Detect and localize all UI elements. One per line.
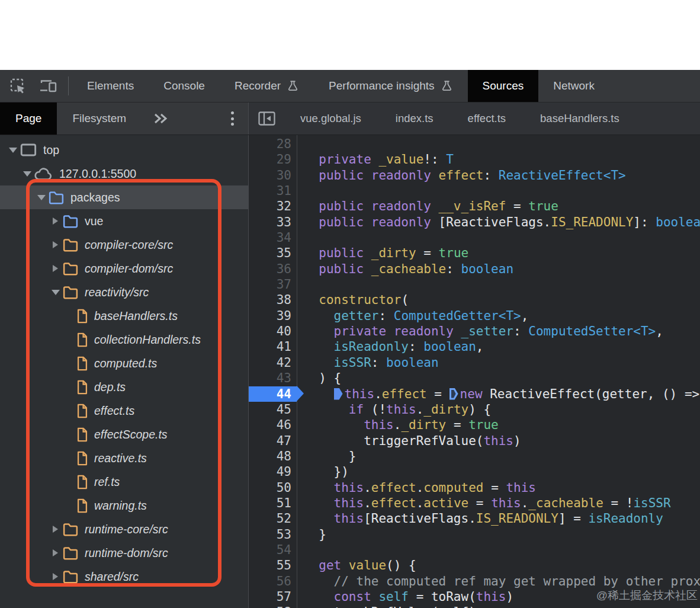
line-number[interactable]: 28	[249, 136, 297, 152]
line-number[interactable]: 38	[249, 292, 297, 308]
navigator-tab-page[interactable]: Page	[0, 103, 57, 135]
line-number[interactable]: 40	[249, 324, 297, 339]
line-number[interactable]: 56	[249, 574, 297, 589]
hide-navigator-icon[interactable]	[249, 103, 283, 135]
tree-item-top[interactable]: top	[0, 138, 248, 162]
tree-right-arrow-icon[interactable]	[49, 217, 62, 225]
tab-recorder[interactable]: Recorder	[220, 70, 314, 102]
line-number[interactable]: 41	[249, 339, 297, 354]
tree-item-runtime-core-src[interactable]: runtime-core/src	[0, 517, 248, 541]
line-number[interactable]: 50	[249, 480, 297, 495]
tree-item-reactive-ts[interactable]: reactive.ts	[0, 446, 248, 470]
tree-down-arrow-icon[interactable]	[34, 195, 48, 200]
line-number[interactable]: 42	[249, 355, 297, 370]
open-file-tabs: vue.global.jsindex.tseffect.tsbaseHandle…	[283, 103, 637, 135]
code-line-54	[304, 542, 700, 558]
device-toolbar-icon[interactable]	[40, 78, 57, 94]
tree-item-runtime-dom-src[interactable]: runtime-dom/src	[0, 541, 248, 565]
folder-icon	[62, 261, 79, 276]
line-number[interactable]: 33	[249, 215, 297, 230]
tree-item-label: baseHandlers.ts	[94, 309, 178, 323]
tree-item-reactivity-src[interactable]: reactivity/src	[0, 280, 248, 304]
code-line-33: public readonly [ReactiveFlags.IS_READON…	[304, 215, 700, 230]
folder-icon	[62, 214, 79, 228]
tree-down-arrow-icon[interactable]	[49, 290, 62, 295]
line-number[interactable]: 36	[249, 261, 297, 277]
line-number[interactable]: 51	[249, 495, 297, 511]
tab-performance-insights[interactable]: Performance insights	[314, 70, 467, 102]
tree-down-arrow-icon[interactable]	[20, 171, 34, 177]
more-tabs-chevron-icon[interactable]	[151, 111, 169, 126]
line-number[interactable]: 35	[249, 245, 297, 261]
tree-item-127-0-0-1-5500[interactable]: 127.0.0.1:5500	[0, 162, 248, 185]
line-number[interactable]: 47	[249, 433, 297, 449]
line-number[interactable]: 53	[249, 527, 297, 542]
tab-label: Performance insights	[329, 79, 434, 92]
line-number[interactable]: 31	[249, 183, 297, 199]
code-pane: private _value!: T public readonly effec…	[297, 135, 700, 608]
line-number[interactable]: 43	[249, 370, 297, 386]
line-number[interactable]: 32	[249, 199, 297, 214]
tree-item-warning-ts[interactable]: warning.ts	[0, 494, 248, 517]
file-icon	[76, 427, 88, 442]
inspect-icon[interactable]	[9, 78, 27, 95]
kebab-menu-icon[interactable]	[231, 111, 234, 126]
toolbar-separator	[68, 76, 69, 95]
tab-network[interactable]: Network	[538, 70, 609, 102]
tree-right-arrow-icon[interactable]	[49, 241, 62, 248]
line-number[interactable]: 45	[249, 402, 297, 417]
tree-right-arrow-icon[interactable]	[49, 526, 62, 533]
tab-elements[interactable]: Elements	[72, 70, 149, 102]
tree-item-shared-src[interactable]: shared/src	[0, 565, 248, 588]
folder-icon	[62, 522, 79, 536]
tree-right-arrow-icon[interactable]	[49, 573, 62, 580]
execution-line-number[interactable]: 44	[249, 386, 297, 402]
line-number[interactable]: 48	[249, 449, 297, 464]
line-number[interactable]: 37	[249, 277, 297, 292]
tree-item-collectionhandlers-ts[interactable]: collectionHandlers.ts	[0, 328, 248, 351]
code-line-58: trackRefValue(self)	[304, 604, 700, 608]
tree-item-vue[interactable]: vue	[0, 209, 248, 233]
file-tab-index-ts[interactable]: index.ts	[378, 103, 451, 135]
tree-item-compiler-dom-src[interactable]: compiler-dom/src	[0, 257, 248, 280]
tree-right-arrow-icon[interactable]	[49, 549, 62, 556]
navigator-tab-filesystem[interactable]: Filesystem	[57, 103, 142, 135]
tree-item-effect-ts[interactable]: effect.ts	[0, 399, 248, 423]
tree-item-packages[interactable]: packages	[0, 185, 248, 209]
line-number[interactable]: 58	[249, 604, 297, 608]
continue-to-position-marker-icon[interactable]	[449, 388, 458, 400]
tab-console[interactable]: Console	[149, 70, 220, 102]
tree-item-basehandlers-ts[interactable]: baseHandlers.ts	[0, 304, 248, 328]
tab-sources[interactable]: Sources	[468, 70, 539, 102]
tab-label: Network	[553, 79, 595, 92]
line-number[interactable]: 55	[249, 558, 297, 573]
tree-item-effectscope-ts[interactable]: effectScope.ts	[0, 423, 248, 446]
tree-item-dep-ts[interactable]: dep.ts	[0, 375, 248, 399]
toolbar-left-icons	[0, 70, 68, 102]
file-tab-basehandlers-ts[interactable]: baseHandlers.ts	[523, 103, 637, 135]
tree-right-arrow-icon[interactable]	[49, 265, 62, 272]
line-number[interactable]: 29	[249, 152, 297, 167]
line-number[interactable]: 54	[249, 542, 297, 558]
file-icon	[76, 404, 88, 418]
tab-label: Console	[163, 79, 205, 92]
tree-item-computed-ts[interactable]: computed.ts	[0, 351, 248, 375]
tree-item-ref-ts[interactable]: ref.ts	[0, 470, 248, 494]
line-number[interactable]: 57	[249, 589, 297, 604]
code-line-38: constructor(	[304, 292, 700, 308]
line-number[interactable]: 39	[249, 308, 297, 324]
code-line-37	[304, 277, 700, 292]
execution-position-marker-icon[interactable]	[334, 388, 343, 400]
file-tab-vue-global-js[interactable]: vue.global.js	[283, 103, 378, 135]
tree-item-label: reactivity/src	[85, 286, 149, 299]
line-number[interactable]: 30	[249, 168, 297, 183]
line-number[interactable]: 52	[249, 511, 297, 526]
tree-down-arrow-icon[interactable]	[6, 148, 20, 153]
code-line-30: public readonly effect: ReactiveEffect<T…	[304, 168, 700, 183]
folder-icon	[48, 190, 65, 204]
line-number[interactable]: 49	[249, 464, 297, 479]
file-tab-effect-ts[interactable]: effect.ts	[451, 103, 523, 135]
tree-item-compiler-core-src[interactable]: compiler-core/src	[0, 233, 248, 257]
line-number[interactable]: 34	[249, 230, 297, 245]
line-number[interactable]: 46	[249, 417, 297, 433]
